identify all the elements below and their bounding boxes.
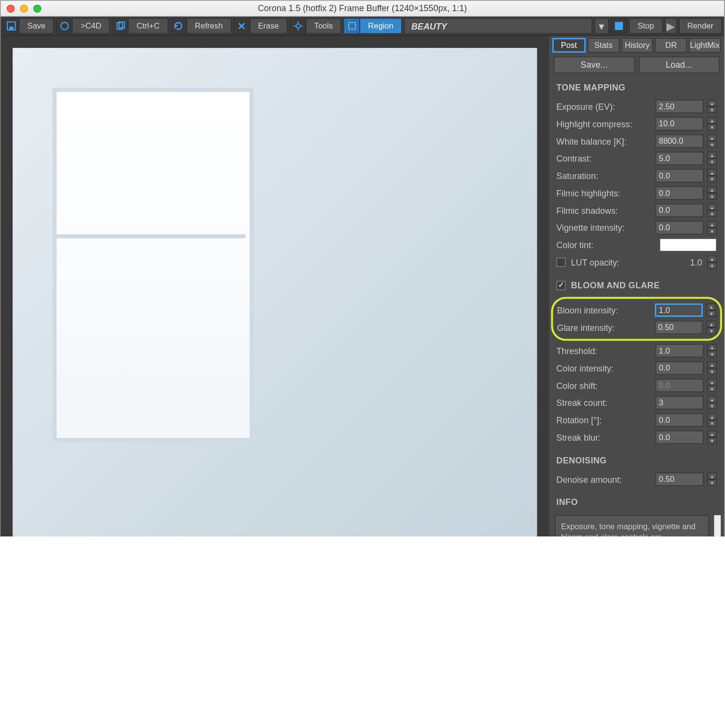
glare-intensity-spinner[interactable]: ▲▼ — [707, 321, 716, 334]
filmic-highlights-label: Filmic highlights: — [556, 188, 651, 198]
filmic-shadows-input[interactable]: 0.0 — [655, 204, 703, 217]
lut-label: LUT opacity: — [571, 257, 685, 267]
exposure-spinner[interactable]: ▲▼ — [708, 100, 717, 113]
side-panel: Post Stats History DR LightMix Save... L… — [549, 36, 724, 536]
rotation-spinner[interactable]: ▲▼ — [708, 413, 717, 427]
rotation-input[interactable]: 0.0 — [655, 413, 703, 427]
erase-button[interactable]: Erase — [234, 18, 288, 34]
tab-stats[interactable]: Stats — [588, 38, 620, 52]
whitebalance-spinner[interactable]: ▲▼ — [708, 134, 717, 148]
bloom-intensity-input[interactable]: 1.0 — [655, 303, 703, 317]
filmic-highlights-spinner[interactable]: ▲▼ — [708, 186, 717, 200]
lut-checkbox[interactable] — [556, 258, 565, 267]
filmic-shadows-spinner[interactable]: ▲▼ — [708, 204, 717, 217]
tab-post[interactable]: Post — [552, 38, 586, 52]
svg-point-2 — [61, 22, 68, 30]
vignette-input[interactable]: 0.0 — [655, 221, 703, 235]
color-shift-label: Color shift: — [556, 380, 651, 390]
bloom-enable-checkbox[interactable]: ✓ — [556, 281, 565, 290]
stop-indicator-icon — [611, 18, 627, 34]
render-button[interactable]: Render — [679, 18, 722, 34]
saturation-input[interactable]: 0.0 — [655, 169, 703, 183]
copy-button[interactable]: Ctrl+C — [112, 18, 168, 34]
highlight-annotation: Bloom intensity:1.0▲▼ Glare intensity:0.… — [551, 297, 722, 341]
color-shift-input[interactable]: 0.0 — [655, 379, 703, 392]
svg-point-7 — [296, 24, 300, 28]
vignette-spinner[interactable]: ▲▼ — [708, 221, 717, 235]
tools-button[interactable]: Tools — [290, 18, 341, 34]
threshold-input[interactable]: 1.0 — [655, 344, 703, 357]
rotation-label: Rotation [°]: — [556, 415, 651, 425]
save-button[interactable]: Save — [3, 18, 54, 34]
glare-intensity-input[interactable]: 0.50 — [655, 321, 703, 334]
whitebalance-label: White balance [K]: — [556, 136, 651, 146]
streak-count-input[interactable]: 3 — [655, 396, 703, 410]
filmic-highlights-input[interactable]: 0.0 — [655, 186, 703, 200]
whitebalance-input[interactable]: 8800.0 — [655, 134, 703, 148]
color-tint-swatch[interactable] — [660, 238, 717, 252]
tab-lightmix[interactable]: LightMix — [689, 38, 721, 52]
stop-button[interactable]: Stop — [629, 18, 663, 34]
bloom-intensity-spinner[interactable]: ▲▼ — [707, 303, 716, 317]
streak-blur-label: Streak blur: — [556, 432, 651, 443]
contrast-spinner[interactable]: ▲▼ — [708, 152, 717, 165]
streak-blur-spinner[interactable]: ▲▼ — [708, 431, 717, 444]
contrast-input[interactable]: 5.0 — [655, 152, 703, 165]
render-image: ANGELOFERRETTI.BLOGSPOT.COM — [13, 48, 537, 536]
window-title: Corona 1.5 (hotfix 2) Frame Buffer (1240… — [0, 3, 724, 14]
section-bloom-glare: ✓BLOOM AND GLARE — [552, 278, 721, 296]
color-intensity-input[interactable]: 0.0 — [655, 361, 703, 375]
section-denoising: DENOISING — [552, 453, 721, 471]
svg-rect-1 — [9, 27, 13, 30]
denoise-spinner[interactable]: ▲▼ — [708, 473, 717, 486]
load-post-button[interactable]: Load... — [638, 57, 719, 73]
color-intensity-spinner[interactable]: ▲▼ — [708, 361, 717, 375]
tab-dr[interactable]: DR — [655, 38, 687, 52]
info-text: Exposure, tone mapping, vignette and blo… — [555, 515, 709, 536]
lut-spinner[interactable]: ▲▼ — [708, 255, 717, 269]
pass-dropdown-icon[interactable]: ▾ — [594, 18, 609, 34]
refresh-button[interactable]: Refresh — [170, 18, 232, 34]
filmic-shadows-label: Filmic shadows: — [556, 205, 651, 215]
denoise-label: Denoise amount: — [556, 474, 651, 484]
threshold-label: Threshold: — [556, 346, 651, 356]
streak-count-label: Streak count: — [556, 398, 651, 408]
exposure-label: Exposure (EV): — [556, 102, 651, 112]
viewport[interactable]: ANGELOFERRETTI.BLOGSPOT.COM — [0, 36, 549, 536]
streak-blur-input[interactable]: 0.0 — [655, 431, 703, 444]
info-scrollbar[interactable] — [714, 515, 721, 536]
highlight-input[interactable]: 10.0 — [655, 117, 703, 131]
region-button[interactable]: Region — [343, 18, 402, 34]
saturation-label: Saturation: — [556, 171, 651, 181]
highlight-spinner[interactable]: ▲▼ — [708, 117, 717, 131]
play-icon[interactable]: ▶ — [665, 18, 677, 34]
vignette-label: Vignette intensity: — [556, 223, 651, 233]
denoise-input[interactable]: 0.50 — [655, 473, 703, 486]
contrast-label: Contrast: — [556, 153, 651, 163]
titlebar: Corona 1.5 (hotfix 2) Frame Buffer (1240… — [0, 0, 724, 16]
color-shift-spinner[interactable]: ▲▼ — [708, 379, 717, 392]
save-post-button[interactable]: Save... — [554, 57, 635, 73]
streak-count-spinner[interactable]: ▲▼ — [708, 396, 717, 410]
toolbar: Save >C4D Ctrl+C Refresh Erase Tools Reg… — [0, 16, 724, 36]
highlight-label: Highlight compress: — [556, 119, 651, 129]
glare-intensity-label: Glare intensity: — [557, 323, 651, 333]
to-c4d-button[interactable]: >C4D — [56, 18, 110, 34]
render-pass-name[interactable]: BEAUTY — [404, 18, 592, 34]
threshold-spinner[interactable]: ▲▼ — [708, 344, 717, 357]
bloom-intensity-label: Bloom intensity: — [557, 305, 651, 315]
color-tint-label: Color tint: — [556, 240, 655, 250]
section-info: INFO — [552, 494, 721, 512]
section-tone-mapping: TONE MAPPING — [552, 80, 721, 98]
tab-history[interactable]: History — [621, 38, 653, 52]
saturation-spinner[interactable]: ▲▼ — [708, 169, 717, 183]
color-intensity-label: Color intensity: — [556, 363, 651, 373]
exposure-input[interactable]: 2.50 — [655, 100, 703, 113]
lut-input[interactable]: 1.0 — [690, 257, 702, 267]
svg-rect-12 — [349, 23, 355, 30]
frame-buffer-window: Corona 1.5 (hotfix 2) Frame Buffer (1240… — [0, 0, 725, 536]
